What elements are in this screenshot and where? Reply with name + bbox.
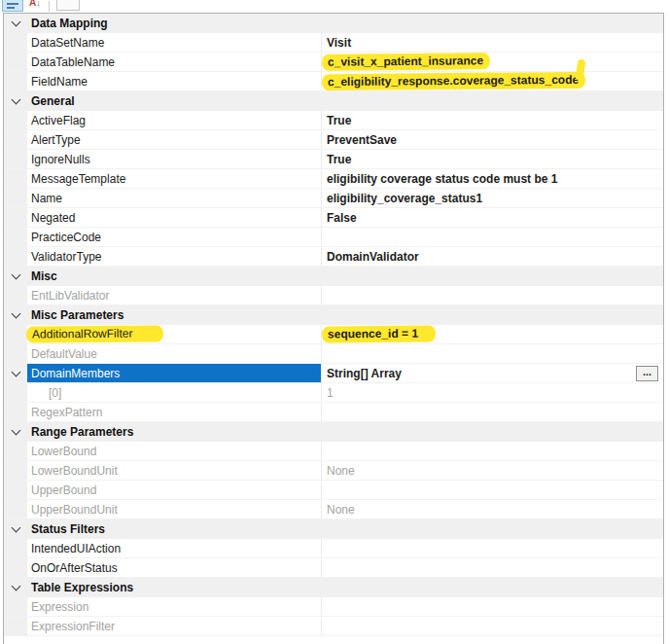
property-label-cell[interactable]: EntLibValidator xyxy=(27,286,322,304)
property-label-cell[interactable]: AlertType xyxy=(27,130,322,149)
property-value-cell[interactable] xyxy=(322,344,663,363)
category-row-misc-parameters[interactable]: Misc Parameters xyxy=(4,305,663,325)
property-value-cell[interactable]: True xyxy=(322,111,663,129)
property-label-cell[interactable]: Expression xyxy=(27,597,322,616)
chevron-down-icon[interactable] xyxy=(11,94,20,104)
property-label-cell[interactable]: DefaultValue xyxy=(27,344,322,363)
property-row-datasetname[interactable]: DataSetNameVisit xyxy=(4,33,663,53)
property-grid[interactable]: Data MappingDataSetNameVisitDataTableNam… xyxy=(3,13,664,644)
property-row-name[interactable]: Nameeligibility_coverage_status1 xyxy=(4,189,663,208)
property-label-cell[interactable]: OnOrAfterStatus xyxy=(27,558,322,577)
property-value-cell[interactable] xyxy=(322,403,663,421)
chevron-down-icon[interactable] xyxy=(11,425,20,435)
property-value-cell[interactable]: None xyxy=(322,500,663,519)
property-row-entlibvalidator[interactable]: EntLibValidator xyxy=(4,286,663,305)
property-label-cell[interactable]: DataSetName xyxy=(27,33,322,52)
property-value-cell[interactable]: 1 xyxy=(322,383,663,402)
category-row-misc[interactable]: Misc xyxy=(4,267,663,286)
category-row-general[interactable]: General xyxy=(4,91,663,111)
property-value-cell[interactable] xyxy=(322,442,663,460)
property-label-cell[interactable]: [0] xyxy=(27,383,322,402)
property-row-lowerbound[interactable]: LowerBound xyxy=(4,442,663,461)
sort-alphabetical-icon[interactable]: A↓ xyxy=(29,0,45,13)
property-row-lowerboundunit[interactable]: LowerBoundUnitNone xyxy=(4,461,663,481)
category-row-data-mapping[interactable]: Data Mapping xyxy=(4,14,663,33)
property-row-upperboundunit[interactable]: UpperBoundUnitNone xyxy=(4,500,663,519)
property-value-cell[interactable]: False xyxy=(322,208,663,227)
property-value-cell[interactable]: String[] Array... xyxy=(322,364,663,382)
property-row-0[interactable]: [0]1 xyxy=(4,383,663,403)
property-value-cell[interactable]: None xyxy=(322,461,663,480)
property-value-cell[interactable] xyxy=(322,597,663,616)
chevron-down-icon[interactable] xyxy=(11,581,20,590)
chevron-down-icon[interactable] xyxy=(11,522,20,532)
property-label-cell[interactable]: MessageTemplate xyxy=(27,169,322,188)
property-row-validatortype[interactable]: ValidatorTypeDomainValidator xyxy=(4,247,663,267)
row-gutter xyxy=(4,111,27,129)
property-value-cell[interactable] xyxy=(322,558,663,577)
property-value-cell[interactable] xyxy=(322,539,663,557)
property-row-intendeduiaction[interactable]: IntendedUIAction xyxy=(4,539,663,558)
property-value-cell[interactable] xyxy=(322,617,663,635)
property-row-fieldname[interactable]: FieldNamec_eligibility_response.coverage… xyxy=(4,72,663,91)
property-row-regexpattern[interactable]: RegexPattern xyxy=(4,403,663,422)
property-label-cell[interactable]: UpperBound xyxy=(27,481,322,499)
property-row-activeflag[interactable]: ActiveFlagTrue xyxy=(4,111,663,130)
property-label-cell[interactable]: ValidatorType xyxy=(27,247,322,266)
property-label-cell[interactable]: Negated xyxy=(27,208,322,227)
property-value-cell[interactable] xyxy=(322,228,663,246)
property-label: DefaultValue xyxy=(31,347,97,361)
property-value-cell[interactable]: DomainValidator xyxy=(322,247,663,266)
property-label-cell[interactable]: DataTableName xyxy=(27,53,322,71)
property-value-cell[interactable]: sequence_id = 1 xyxy=(322,325,663,343)
category-row-table-expressions[interactable]: Table Expressions xyxy=(4,578,663,597)
property-label-cell[interactable]: AdditionalRowFilter xyxy=(27,325,322,343)
row-gutter xyxy=(4,383,27,402)
property-row-upperbound[interactable]: UpperBound xyxy=(4,481,663,500)
property-label-cell[interactable]: LowerBoundUnit xyxy=(27,461,322,480)
property-label-cell[interactable]: IntendedUIAction xyxy=(27,539,322,557)
property-value-cell[interactable]: PreventSave xyxy=(322,130,663,149)
property-label-cell[interactable]: Name xyxy=(27,189,322,207)
chevron-down-icon[interactable] xyxy=(11,269,20,279)
property-value: c_visit_x_patient_insurance xyxy=(322,53,490,71)
property-row-onorafterstatus[interactable]: OnOrAfterStatus xyxy=(4,558,663,578)
chevron-down-icon[interactable] xyxy=(11,308,20,318)
property-row-messagetemplate[interactable]: MessageTemplateeligibility coverage stat… xyxy=(4,169,663,189)
category-label: Data Mapping xyxy=(27,14,108,32)
property-row-practicecode[interactable]: PracticeCode xyxy=(4,228,663,247)
property-value-cell[interactable]: eligibility coverage status code must be… xyxy=(322,169,663,188)
property-row-defaultvalue[interactable]: DefaultValue xyxy=(4,344,663,364)
property-label-cell[interactable]: PracticeCode xyxy=(27,228,322,246)
property-row-expression[interactable]: Expression xyxy=(4,597,663,617)
property-label-cell[interactable]: UpperBoundUnit xyxy=(27,500,322,519)
property-label-cell[interactable]: FieldName xyxy=(27,72,322,90)
property-label-cell[interactable]: DomainMembers xyxy=(27,364,322,382)
category-row-status-filters[interactable]: Status Filters xyxy=(4,519,663,539)
property-row-expressionfilter[interactable]: ExpressionFilter xyxy=(4,617,663,636)
property-label-cell[interactable]: ExpressionFilter xyxy=(27,617,322,635)
property-label-cell[interactable]: LowerBound xyxy=(27,442,322,460)
property-row-domainmembers[interactable]: DomainMembersString[] Array... xyxy=(4,364,663,383)
chevron-down-icon[interactable] xyxy=(11,367,20,376)
property-value-cell[interactable]: Visit xyxy=(322,33,663,52)
chevron-down-icon[interactable] xyxy=(11,17,20,26)
property-row-alerttype[interactable]: AlertTypePreventSave xyxy=(4,130,663,150)
property-value-cell[interactable]: c_eligibility_response.coverage_status_c… xyxy=(322,72,663,90)
property-label-cell[interactable]: IgnoreNulls xyxy=(27,150,322,168)
category-row-range-parameters[interactable]: Range Parameters xyxy=(4,422,663,442)
property-label-cell[interactable]: ActiveFlag xyxy=(27,111,322,129)
property-value-cell[interactable]: True xyxy=(322,150,663,168)
property-value-cell[interactable] xyxy=(322,286,663,304)
property-value-cell[interactable]: c_visit_x_patient_insurance xyxy=(322,53,663,71)
categorized-icon[interactable] xyxy=(2,0,23,12)
property-row-additionalrowfilter[interactable]: AdditionalRowFiltersequence_id = 1 xyxy=(4,325,663,344)
property-row-datatablename[interactable]: DataTableNamec_visit_x_patient_insurance xyxy=(4,53,663,72)
property-pages-icon[interactable] xyxy=(56,0,80,11)
property-row-negated[interactable]: NegatedFalse xyxy=(4,208,663,228)
property-value-cell[interactable] xyxy=(322,481,663,499)
ellipsis-button[interactable]: ... xyxy=(636,366,658,381)
property-value-cell[interactable]: eligibility_coverage_status1 xyxy=(322,189,663,207)
property-row-ignorenulls[interactable]: IgnoreNullsTrue xyxy=(4,150,663,169)
property-label-cell[interactable]: RegexPattern xyxy=(27,403,322,421)
